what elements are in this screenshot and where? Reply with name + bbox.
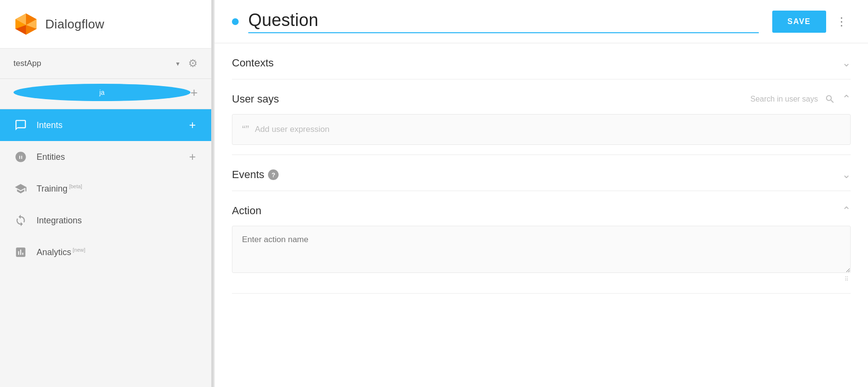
intent-status-dot bbox=[232, 18, 239, 25]
svg-rect-8 bbox=[18, 155, 19, 160]
user-expression-input[interactable]: “” Add user expression bbox=[232, 114, 851, 145]
beta-badge: [beta] bbox=[69, 183, 82, 189]
main-content: SAVE ⋮ Contexts ⌄ User says Search in us… bbox=[215, 0, 868, 387]
analytics-label: Analytics[new] bbox=[37, 247, 198, 258]
main-body: Contexts ⌄ User says Search in user says… bbox=[215, 43, 868, 387]
svg-rect-9 bbox=[20, 155, 21, 160]
user-says-title: User says bbox=[232, 93, 279, 105]
user-says-controls: Search in user says ⌃ bbox=[750, 93, 851, 105]
svg-point-7 bbox=[20, 153, 22, 155]
add-agent-button[interactable]: + bbox=[191, 86, 198, 99]
search-user-says-button[interactable] bbox=[825, 94, 835, 104]
quote-icon: “” bbox=[242, 123, 249, 136]
save-button[interactable]: SAVE bbox=[772, 11, 826, 33]
action-name-input[interactable] bbox=[232, 226, 851, 273]
sidebar-nav: Intents + Entities + bbox=[0, 109, 211, 387]
user-expression-row: “” Add user expression bbox=[232, 114, 851, 145]
entities-icon bbox=[13, 150, 28, 164]
intents-label: Intents bbox=[37, 120, 187, 130]
contexts-section-header[interactable]: Contexts ⌄ bbox=[232, 57, 851, 69]
user-says-collapse-button[interactable]: ⌃ bbox=[842, 93, 851, 105]
events-collapse-button[interactable]: ⌄ bbox=[842, 168, 851, 181]
user-says-section-header: User says Search in user says ⌃ bbox=[232, 93, 851, 105]
events-help-icon[interactable]: ? bbox=[268, 169, 279, 180]
app-dropdown-arrow[interactable]: ▾ bbox=[176, 60, 179, 67]
user-expression-placeholder: Add user expression bbox=[255, 125, 330, 134]
new-badge: [new] bbox=[73, 247, 85, 253]
resize-dots: ⠿ bbox=[844, 276, 849, 283]
app-selector-row: testApp ▾ ⚙ bbox=[0, 49, 211, 79]
action-section: Action ⌃ ⠿ bbox=[232, 191, 851, 294]
add-intent-button[interactable]: + bbox=[187, 119, 198, 131]
app-name: testApp bbox=[13, 59, 176, 68]
events-title: Events bbox=[232, 168, 264, 181]
sidebar: Dialogflow testApp ▾ ⚙ ja + Intents + bbox=[0, 0, 212, 387]
search-in-user-says-label: Search in user says bbox=[750, 95, 818, 103]
logo-area: Dialogflow bbox=[0, 0, 211, 49]
events-section: Events ? ⌄ bbox=[232, 155, 851, 191]
add-entity-button[interactable]: + bbox=[187, 151, 198, 163]
contexts-title: Contexts bbox=[232, 57, 274, 69]
events-title-group: Events ? bbox=[232, 168, 279, 181]
action-title: Action bbox=[232, 205, 261, 217]
sidebar-item-entities[interactable]: Entities + bbox=[0, 141, 211, 173]
integrations-icon bbox=[13, 213, 28, 228]
contexts-section: Contexts ⌄ bbox=[232, 43, 851, 79]
sidebar-item-intents[interactable]: Intents + bbox=[0, 109, 211, 141]
dialogflow-logo-icon bbox=[13, 12, 38, 37]
sidebar-item-analytics[interactable]: Analytics[new] bbox=[0, 236, 211, 268]
intent-header: SAVE ⋮ bbox=[215, 0, 868, 43]
training-label: Training[beta] bbox=[37, 183, 198, 194]
user-says-section: User says Search in user says ⌃ “” Add u… bbox=[232, 79, 851, 155]
agent-row: ja + bbox=[0, 79, 211, 109]
resize-indicator: ⠿ bbox=[232, 275, 851, 284]
agent-badge[interactable]: ja bbox=[13, 84, 191, 101]
sidebar-item-integrations[interactable]: Integrations bbox=[0, 205, 211, 236]
intent-name-input[interactable] bbox=[248, 10, 759, 33]
contexts-collapse-button[interactable]: ⌄ bbox=[842, 57, 851, 69]
action-collapse-button[interactable]: ⌃ bbox=[842, 205, 851, 217]
entities-label: Entities bbox=[37, 152, 187, 162]
more-options-button[interactable]: ⋮ bbox=[833, 15, 851, 28]
intents-icon bbox=[13, 118, 28, 132]
events-section-header[interactable]: Events ? ⌄ bbox=[232, 168, 851, 181]
integrations-label: Integrations bbox=[37, 216, 198, 226]
analytics-icon bbox=[13, 245, 28, 259]
logo-text: Dialogflow bbox=[45, 17, 104, 32]
svg-rect-10 bbox=[22, 155, 23, 160]
sidebar-item-training[interactable]: Training[beta] bbox=[0, 173, 211, 205]
training-icon bbox=[13, 181, 28, 196]
action-input-wrapper: ⠿ bbox=[232, 217, 851, 284]
action-section-header: Action ⌃ bbox=[232, 205, 851, 217]
settings-button[interactable]: ⚙ bbox=[188, 57, 198, 70]
